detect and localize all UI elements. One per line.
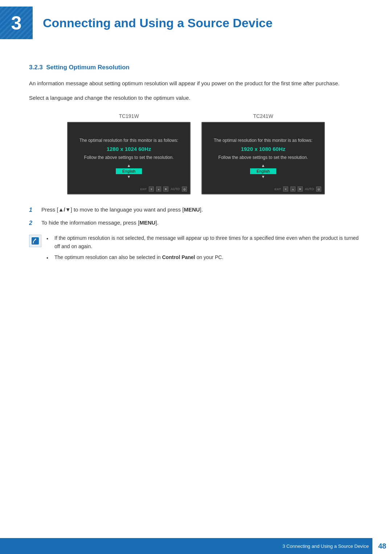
section-title: Setting Optimum Resolution (46, 64, 130, 71)
note-item-1: • If the optimum resolution is not selec… (46, 234, 363, 250)
pencil-icon (33, 238, 38, 243)
btn-up-tc241w: ▲ (290, 186, 295, 192)
monitor-arrow-down-tc241w: ▼ (261, 175, 265, 179)
monitor-screen-tc241w: The optimal resolution for this monitor … (201, 122, 325, 194)
chapter-number: 3 (11, 12, 22, 34)
monitor-tc241w: TC241W The optimal resolution for this m… (201, 113, 325, 194)
monitor-text-tc191w: The optimal resolution for this monitor … (79, 138, 178, 143)
step-2-text: To hide the information message, press [… (41, 218, 159, 227)
step-1-text: Press [▲/▼] to move to the language you … (41, 205, 203, 214)
btn-down-tc241w: ▼ (283, 186, 288, 192)
steps-list: 1 Press [▲/▼] to move to the language yo… (29, 205, 363, 227)
monitor-lang-btn-tc191w: English (116, 168, 142, 174)
svg-rect-0 (33, 242, 34, 243)
section-number: 3.2.3 (29, 64, 43, 71)
note-item-2: • The optimum resolution can also be sel… (46, 253, 363, 262)
paragraph-1: An information message about setting opt… (29, 79, 363, 88)
monitor-arrow-down-tc191w: ▼ (127, 175, 131, 179)
paragraph-2: Select a language and change the resolut… (29, 94, 363, 102)
note-icon-inner (32, 237, 39, 245)
monitor-arrow-up-tc191w: ▲ (127, 164, 131, 168)
step-2-number: 2 (29, 218, 39, 228)
note-box: • If the optimum resolution is not selec… (29, 234, 363, 265)
note-bullets: • If the optimum resolution is not selec… (46, 234, 363, 262)
monitor-arrow-up-tc241w: ▲ (261, 164, 265, 168)
bullet-dot-1: • (46, 235, 52, 243)
monitor-resolution-tc191w: 1280 x 1024 60Hz (107, 146, 151, 152)
chapter-number-box: 3 (0, 7, 33, 39)
auto-label-tc241w: AUTO (305, 187, 314, 191)
note-icon (29, 235, 41, 247)
auto-label-tc191w: AUTO (171, 187, 180, 191)
main-content: 3.2.3 Setting Optimum Resolution An info… (0, 46, 392, 287)
footer-page-number: 48 (372, 538, 392, 554)
step-1: 1 Press [▲/▼] to move to the language yo… (29, 205, 363, 215)
note-content: • If the optimum resolution is not selec… (46, 234, 363, 265)
monitors-area: TC191W The optimal resolution for this m… (29, 113, 363, 194)
monitor-label-tc191w: TC191W (119, 113, 139, 119)
btn-enter-tc191w: ▶ (163, 186, 168, 192)
step-1-number: 1 (29, 205, 39, 215)
btn-enter-tc241w: ▶ (298, 186, 303, 192)
monitor-lang-btn-tc241w: English (250, 168, 276, 174)
note-text-2: The optimum resolution can also be selec… (54, 253, 223, 261)
chapter-title: Connecting and Using a Source Device (43, 16, 273, 30)
bullet-dot-2: • (46, 254, 52, 262)
step-2: 2 To hide the information message, press… (29, 218, 363, 228)
monitor-bottom-bar-tc191w: EXIT ▼ ▲ ▶ AUTO ⏻ (140, 186, 187, 192)
monitor-bottom-bar-tc241w: EXIT ▼ ▲ ▶ AUTO ⏻ (274, 186, 321, 192)
monitor-follow-tc191w: Follow the above settings to set the res… (84, 155, 174, 160)
section-heading: 3.2.3 Setting Optimum Resolution (29, 64, 363, 71)
monitor-label-tc241w: TC241W (253, 113, 273, 119)
btn-up-tc191w: ▲ (156, 186, 161, 192)
monitor-screen-tc191w: The optimal resolution for this monitor … (67, 122, 191, 194)
svg-marker-1 (33, 238, 36, 242)
btn-power-tc191w: ⏻ (182, 186, 187, 192)
note-text-1: If the optimum resolution is not selecte… (54, 234, 363, 250)
btn-power-tc241w: ⏻ (316, 186, 321, 192)
monitor-text-tc241w: The optimal resolution for this monitor … (214, 138, 313, 143)
monitor-tc191w: TC191W The optimal resolution for this m… (67, 113, 191, 194)
exit-btn-tc191w: EXIT (140, 188, 147, 191)
page-header: 3 Connecting and Using a Source Device (0, 0, 392, 46)
monitor-resolution-tc241w: 1920 x 1080 60Hz (241, 146, 286, 152)
btn-down-tc191w: ▼ (149, 186, 154, 192)
exit-btn-tc241w: EXIT (274, 188, 281, 191)
page-footer: 3 Connecting and Using a Source Device 4… (0, 538, 392, 554)
footer-text: 3 Connecting and Using a Source Device (282, 543, 372, 549)
monitor-follow-tc241w: Follow the above settings to set the res… (219, 155, 308, 160)
